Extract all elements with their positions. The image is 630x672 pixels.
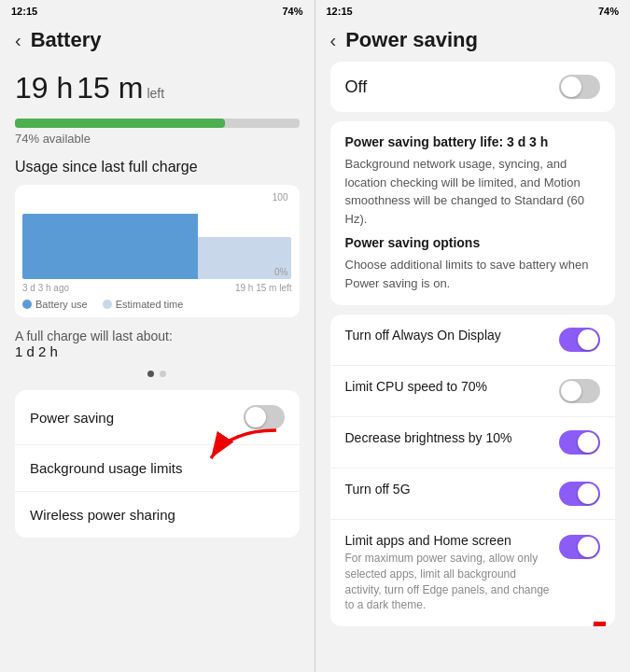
- usage-title: Usage since last full charge: [15, 159, 300, 175]
- option-brightness[interactable]: Decrease brightness by 10%: [330, 417, 616, 469]
- power-options-section: Turn off Always On Display Limit CPU spe…: [330, 315, 616, 626]
- option-limit-apps-sub: For maximum power saving, allow only sel…: [345, 551, 553, 613]
- options-info: Power saving options Choose additional l…: [345, 235, 601, 292]
- legend-battery-dot: [22, 300, 32, 309]
- toggle-knob: [245, 407, 266, 427]
- option-cpu-speed-label: Limit CPU speed to 70%: [345, 379, 560, 394]
- background-usage-item[interactable]: Background usage limits: [15, 445, 300, 492]
- page-title: Battery: [31, 28, 102, 52]
- chart-bottom-labels: 3 d 3 h ago 19 h 15 m left: [22, 283, 292, 293]
- battery-left-label: left: [147, 86, 164, 101]
- option-5g[interactable]: Turn off 5G: [330, 469, 616, 520]
- right-page-title: Power saving: [345, 28, 478, 52]
- chart-label-right: 19 h 15 m left: [235, 283, 292, 293]
- off-label: Off: [345, 77, 368, 97]
- chart-area: 0%: [22, 204, 292, 279]
- power-life-bold: Power saving battery life: 3 d 3 h: [345, 134, 601, 149]
- left-header: ‹ Battery: [0, 21, 315, 62]
- cpu-speed-toggle[interactable]: [559, 379, 600, 403]
- main-power-toggle[interactable]: [559, 75, 600, 99]
- dot-inactive: [160, 371, 166, 377]
- battery-minutes: 15 m: [77, 71, 143, 105]
- left-content: 19 h 15 m left 74% available Usage since…: [0, 62, 315, 672]
- full-charge-section: A full charge will last about: 1 d 2 h: [15, 329, 300, 359]
- options-text: Choose additional limits to save battery…: [345, 256, 601, 292]
- option-cpu-speed[interactable]: Limit CPU speed to 70%: [330, 366, 616, 417]
- power-saving-label: Power saving: [30, 410, 114, 426]
- battery-chart: 100 0% 3 d 3 h ago 19 h 15 m left Batter…: [15, 185, 300, 317]
- option-limit-apps-label: Limit apps and Home screen: [345, 533, 553, 548]
- option-limit-apps-content: Limit apps and Home screen For maximum p…: [345, 533, 560, 613]
- wireless-power-label: Wireless power sharing: [30, 507, 175, 523]
- legend-estimated: Estimated time: [103, 299, 184, 310]
- battery-available-text: 74% available: [15, 132, 300, 146]
- option-brightness-label: Decrease brightness by 10%: [345, 430, 560, 445]
- red-arrow-right: [531, 622, 606, 626]
- battery-fill: [15, 119, 225, 128]
- main-power-toggle-knob: [561, 77, 581, 97]
- brightness-toggle[interactable]: [559, 430, 600, 455]
- left-status-bar: 12:15 74%: [0, 0, 315, 21]
- battery-hours: 19 h: [15, 71, 73, 105]
- legend-estimated-dot: [103, 300, 112, 309]
- power-info-section: Power saving battery life: 3 d 3 h Backg…: [330, 121, 616, 305]
- chart-bar-battery: [22, 214, 198, 279]
- power-life-text: Background network usage, syncing, and l…: [345, 155, 601, 228]
- power-off-section: Off: [330, 62, 616, 112]
- battery-time-display: 19 h 15 m left: [15, 71, 300, 105]
- right-panel: 12:15 74% ‹ Power saving Off Power savin…: [315, 0, 631, 672]
- legend-battery: Battery use: [22, 299, 88, 310]
- limit-apps-toggle[interactable]: [559, 535, 600, 559]
- chart-label-left: 3 d 3 h ago: [22, 283, 69, 293]
- right-status-icons: 74%: [598, 6, 619, 17]
- option-5g-label: Turn off 5G: [345, 482, 560, 497]
- chart-legend: Battery use Estimated time: [22, 299, 292, 310]
- wireless-power-item[interactable]: Wireless power sharing: [15, 492, 300, 538]
- full-charge-label: A full charge will last about:: [15, 329, 300, 343]
- battery-menu-card: Power saving Background usage limits: [15, 390, 300, 538]
- always-on-display-toggle[interactable]: [559, 328, 600, 352]
- option-always-on-display[interactable]: Turn off Always On Display: [330, 315, 616, 366]
- power-saving-item[interactable]: Power saving: [15, 390, 300, 445]
- right-content: Off Power saving battery life: 3 d 3 h B…: [315, 62, 631, 672]
- option-always-on-display-label: Turn off Always On Display: [345, 328, 560, 343]
- chart-zero-label: 0%: [274, 267, 287, 277]
- power-saving-toggle[interactable]: [244, 405, 285, 429]
- battery-progress-bar: [15, 119, 300, 128]
- chart-top-label: 100: [22, 192, 292, 203]
- left-status-time: 12:15: [11, 6, 37, 17]
- options-bold: Power saving options: [345, 235, 601, 250]
- right-status-bar: 12:15 74%: [315, 0, 631, 21]
- left-status-icons: 74%: [282, 6, 302, 17]
- left-panel: 12:15 74% ‹ Battery 19 h 15 m left 74% a…: [0, 0, 315, 672]
- battery-time-section: 19 h 15 m left: [15, 62, 300, 109]
- background-usage-label: Background usage limits: [30, 460, 182, 476]
- right-status-time: 12:15: [327, 6, 353, 17]
- 5g-toggle[interactable]: [559, 482, 600, 506]
- dot-active: [147, 371, 154, 377]
- option-limit-apps[interactable]: Limit apps and Home screen For maximum p…: [330, 520, 616, 626]
- carousel-dots: [15, 371, 300, 377]
- right-back-arrow-icon[interactable]: ‹: [330, 30, 337, 51]
- back-arrow-icon[interactable]: ‹: [15, 30, 21, 51]
- full-charge-value: 1 d 2 h: [15, 343, 300, 359]
- right-header: ‹ Power saving: [315, 21, 631, 62]
